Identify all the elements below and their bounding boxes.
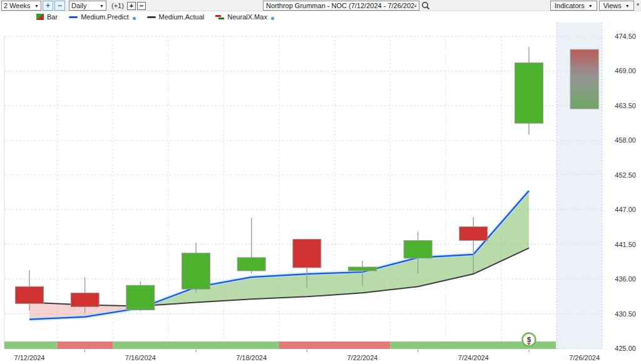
candle-body [515, 63, 543, 123]
views-button[interactable]: Views ▼ [599, 1, 634, 11]
chart-area[interactable]: 474.50469.00463.50458.00452.50447.00441.… [0, 23, 641, 364]
toolbar-center-group [263, 1, 430, 11]
toolbar-left-group: 2 Weeks ▼ + − Daily ▼ (+1) + − [1, 1, 146, 11]
candle-body [126, 285, 155, 310]
y-axis-label: 474.50 [615, 33, 636, 40]
sentiment-strip-segment [57, 341, 113, 349]
y-axis-label: 447.00 [615, 206, 636, 213]
candle-body [237, 258, 265, 271]
symbol-search-input[interactable] [263, 1, 419, 11]
chevron-down-icon: ▼ [34, 4, 39, 8]
indicators-button[interactable]: Indicators ▼ [550, 1, 597, 11]
candle-body [293, 240, 321, 268]
legend-item-medium-actual[interactable]: Medium.Actual [147, 13, 205, 21]
x-axis-label: 7/22/2024 [347, 354, 377, 361]
predict-line-icon [69, 16, 78, 18]
zoom-in-button[interactable]: + [43, 1, 53, 11]
y-axis-label: 430.50 [615, 310, 636, 318]
range-select-value: 2 Weeks [4, 2, 31, 9]
chevron-down-icon: ▼ [100, 4, 104, 8]
candle-body [459, 226, 488, 240]
toolbar-right-group: Indicators ▼ Views ▼ * [550, 1, 639, 11]
x-axis-label: 7/18/2024 [236, 354, 267, 361]
bar-add-button[interactable]: + [127, 2, 136, 10]
x-axis-label: 7/16/2024 [125, 354, 156, 361]
sentiment-strip-segment [279, 341, 390, 349]
candle-body [71, 293, 99, 306]
bar-remove-button[interactable]: − [137, 2, 146, 10]
legend-label: Bar [47, 13, 58, 21]
zoom-out-button[interactable]: − [54, 1, 65, 11]
actual-line-icon [147, 16, 156, 18]
series-settings-dot-icon[interactable] [271, 17, 274, 20]
toolbar: 2 Weeks ▼ + − Daily ▼ (+1) + − Indicator… [0, 0, 641, 11]
sentiment-strip-segment [113, 341, 279, 349]
plus-one-label: (+1) [111, 2, 124, 9]
indicators-button-label: Indicators [555, 2, 585, 9]
modified-marker: * [637, 2, 639, 9]
y-axis-label: 436.00 [615, 275, 636, 283]
y-axis-label: 469.00 [615, 67, 636, 74]
x-axis-label: 7/26/2024 [569, 354, 600, 361]
range-select[interactable]: 2 Weeks ▼ [1, 1, 41, 11]
period-select[interactable]: Daily ▼ [69, 1, 106, 11]
candle-body [348, 267, 376, 271]
legend-item-neuralx-max[interactable]: NeuralX.Max [215, 13, 274, 21]
candle-body [16, 286, 44, 303]
candle-body [404, 241, 432, 258]
neuralx-icon [215, 14, 224, 20]
legend-item-medium-predict[interactable]: Medium.Predict [69, 13, 135, 21]
y-axis-label: 458.00 [615, 136, 636, 144]
candle-body [182, 253, 210, 289]
x-axis-label: 7/12/2024 [14, 354, 45, 361]
forecast-candle [570, 49, 598, 109]
y-axis-label: 441.50 [615, 241, 636, 248]
legend-label: Medium.Actual [159, 13, 205, 21]
y-axis-label: 463.50 [615, 102, 636, 109]
period-select-value: Daily [71, 2, 86, 9]
price-chart-canvas[interactable]: 474.50469.00463.50458.00452.50447.00441.… [0, 23, 641, 364]
views-button-label: Views [603, 2, 622, 9]
y-axis-label: 425.00 [615, 345, 636, 352]
legend-label: NeuralX.Max [227, 13, 267, 21]
sentiment-strip-segment [4, 341, 57, 349]
dollar-badge-symbol: $ [527, 336, 531, 343]
legend-label: Medium.Predict [81, 13, 128, 21]
chevron-down-icon: ▼ [625, 4, 630, 8]
legend: Bar Medium.Predict Medium.Actual NeuralX… [0, 11, 641, 23]
x-axis-label: 7/24/2024 [458, 354, 489, 361]
search-icon[interactable] [421, 1, 430, 10]
legend-item-bar[interactable]: Bar [36, 13, 58, 21]
y-axis-label: 452.50 [615, 171, 636, 179]
chevron-down-icon: ▼ [588, 4, 593, 8]
series-settings-dot-icon[interactable] [133, 17, 136, 20]
bar-icon [36, 14, 44, 20]
